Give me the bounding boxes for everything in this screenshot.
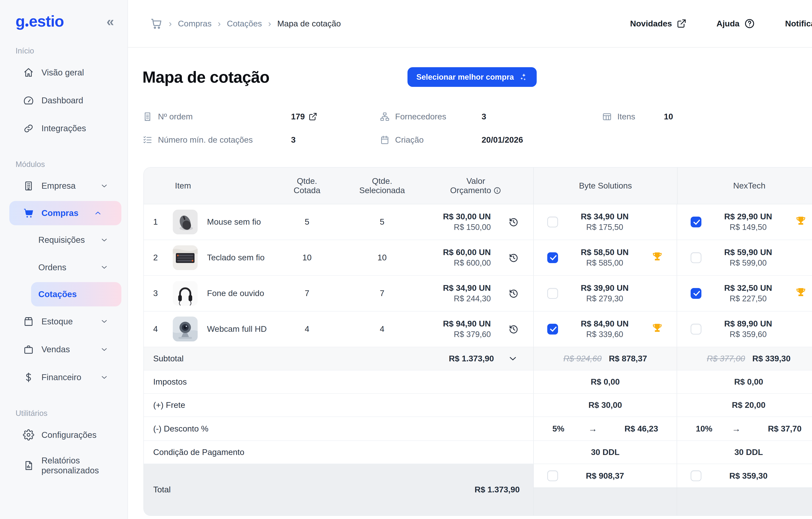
table-row: 2 Teclado sem fio 10 10 R$ 60,00 UN R$ 6… [144,240,812,276]
checklist-icon [142,135,153,145]
nextech-total: R$ 359,30 [701,471,795,481]
sidebar-item-requisicoes[interactable]: Requisições [0,226,127,254]
desconto-label: (-) Desconto % [144,417,268,440]
sparkles-icon [519,72,528,82]
byte-subtotal-old: R$ 924,60 [563,354,602,363]
collapse-sidebar-icon[interactable]: « [107,14,114,28]
col-supplier-byte: Byte Solutions [533,167,677,204]
product-image-webcam [173,316,198,341]
byte-select-checkbox[interactable] [547,288,558,299]
byte-select-checkbox[interactable] [547,324,558,335]
condicao-row: Condição de Pagamento 30 DDL 30 DDL [144,441,812,464]
col-item: Item [144,181,268,190]
chevron-down-icon [99,263,109,272]
nextech-select-checkbox[interactable] [691,217,701,227]
sidebar-item-visao-geral[interactable]: Visão geral [0,59,127,86]
novidades-link[interactable]: Novidades [630,19,687,29]
info-icon[interactable] [493,186,501,195]
external-link-icon[interactable] [309,112,317,121]
byte-desconto-pct[interactable]: 5% [552,424,575,433]
nextech-quote-cell: R$ 89,90 UNR$ 359,60 [677,311,812,347]
quotation-table: Item Qtde. Cotada Qtde. Selecionada Valo… [143,167,812,516]
breadcrumb-cotacoes[interactable]: Cotações [227,19,262,28]
row-number: 4 [153,324,166,334]
impostos-label: Impostos [144,370,268,393]
row-number: 3 [153,289,166,298]
nextech-quote-cell: R$ 29,90 UNR$ 149,50 [677,204,812,240]
notificacoes-link[interactable]: Notificações [785,19,812,28]
nextech-quote-cell: R$ 59,90 UNR$ 599,00 [677,240,812,275]
byte-select-all-checkbox[interactable] [547,470,558,481]
suppliers-hierarchy-icon [380,112,390,122]
cart-breadcrumb-icon[interactable] [150,17,163,30]
sidebar-item-relatorios[interactable]: Relatórios personalizados [0,449,127,482]
chevron-down-icon [99,317,109,326]
table-grid-icon [602,112,612,122]
table-row: 1 Mouse sem fio 5 5 R$ 30,00 UN R$ 150,0… [144,204,812,240]
byte-total-cell: R$ 908,37 [533,464,677,515]
byte-select-checkbox[interactable] [547,252,558,263]
chevron-down-icon[interactable] [508,354,518,364]
sidebar-item-estoque[interactable]: Estoque [0,307,127,335]
ajuda-link[interactable]: Ajuda [717,18,755,29]
arrow-right-icon: → [575,424,610,434]
dollar-icon [23,372,34,383]
product-name: Teclado sem fio [207,253,264,262]
main-area: › Compras › Cotações › Mapa de cotação N… [128,0,812,519]
breadcrumb-current: Mapa de cotação [277,19,341,28]
sidebar-item-financeiro[interactable]: Financeiro [0,364,127,391]
breadcrumb-compras[interactable]: Compras [178,19,212,28]
sidebar-item-vendas[interactable]: Vendas [0,336,127,364]
byte-select-checkbox[interactable] [547,217,558,227]
condicao-label: Condição de Pagamento [144,441,268,464]
home-icon [23,67,34,78]
sidebar-item-compras[interactable]: Compras [9,201,121,225]
qtde-cotada: 7 [268,276,346,311]
product-image-keyboard [173,245,198,270]
trophy-icon [795,286,807,300]
sidebar-item-dashboard[interactable]: Dashboard [0,86,127,114]
nextech-select-checkbox[interactable] [691,252,701,263]
nextech-select-checkbox[interactable] [691,324,701,335]
nextech-subtotal-cell: R$ 377,00 R$ 339,30 [677,347,812,370]
byte-impostos: R$ 0,00 [591,377,620,387]
select-best-purchase-button[interactable]: Selecionar melhor compra [407,67,537,87]
chevron-up-icon [93,208,103,218]
sidebar-item-empresa[interactable]: Empresa [0,172,127,200]
qtde-selecionada: 7 [346,276,418,311]
nextech-frete: R$ 20,00 [732,400,765,410]
byte-frete: R$ 30,00 [588,400,622,410]
col-qtde-cotada: Qtde. Cotada [268,177,346,195]
byte-quote-cell: R$ 58,50 UNR$ 585,00 [533,240,677,275]
history-icon[interactable] [508,324,519,335]
history-icon[interactable] [508,252,519,263]
link-icon [23,123,34,134]
briefcase-icon [23,344,34,355]
history-icon[interactable] [508,217,519,227]
col-qtde-selecionada: Qtde. Selecionada [346,177,418,195]
sidebar-item-cotacoes[interactable]: Cotações [31,282,121,306]
nextech-select-checkbox[interactable] [691,288,701,299]
history-icon[interactable] [508,288,519,299]
trophy-icon [651,322,663,336]
impostos-row: Impostos R$ 0,00 R$ 0,00 [144,370,812,394]
nextech-impostos: R$ 0,00 [734,377,763,387]
byte-subtotal-cell: R$ 924,60 R$ 878,37 [533,347,677,370]
byte-desconto-valor: R$ 46,23 [610,424,658,433]
sidebar-item-configuracoes[interactable]: Configurações [0,421,127,449]
qtde-selecionada: 4 [346,311,418,347]
byte-condicao: 30 DDL [591,448,619,457]
nextech-subtotal: R$ 339,30 [752,354,791,363]
qtde-selecionada: 10 [346,240,418,275]
sidebar-item-integracoes[interactable]: Integrações [0,115,127,143]
sidebar-item-ordens[interactable]: Ordens [0,254,127,281]
sidebar-section-modulos: Módulos [0,160,127,169]
package-icon [23,316,34,327]
byte-desconto-cell: 5% → R$ 46,23 [533,417,677,440]
topbar: › Compras › Cotações › Mapa de cotação N… [128,0,812,48]
nextech-desconto-pct[interactable]: 10% [696,424,719,433]
topbar-actions: Novidades Ajuda Notificações [630,18,812,29]
receipt-icon [142,112,153,122]
nextech-select-all-checkbox[interactable] [691,470,701,481]
logo-dot-icon [25,24,29,27]
